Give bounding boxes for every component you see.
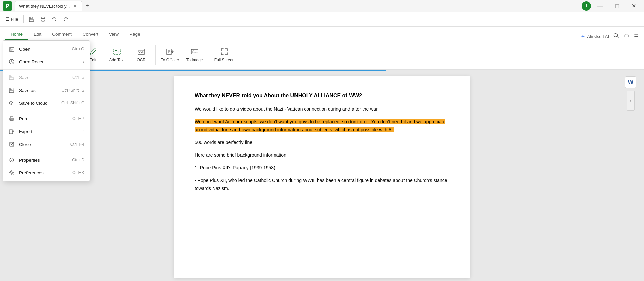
tab-home[interactable]: Home <box>5 29 28 40</box>
menu-item-save-as[interactable]: + Save as Ctrl+Shift+S <box>3 84 90 97</box>
tab-edit[interactable]: Edit <box>28 29 47 40</box>
menu-divider-3 <box>3 152 90 152</box>
properties-icon <box>8 157 15 163</box>
open-shortcut: Ctrl+O <box>72 47 84 51</box>
properties-label: Properties <box>19 158 68 163</box>
maximize-button[interactable]: ◻ <box>609 1 625 11</box>
menu-item-properties[interactable]: Properties Ctrl+D <box>3 154 90 166</box>
ai-star-icon: ✦ <box>581 33 585 40</box>
svg-point-48 <box>11 159 12 159</box>
save-shortcut: Ctrl+S <box>72 75 84 80</box>
menu-item-print[interactable]: Print Ctrl+P <box>3 112 90 125</box>
recent-arrow: › <box>83 59 84 64</box>
toimage-label: To Image <box>186 58 203 62</box>
open-label: Open <box>19 47 68 52</box>
word-icon: W <box>628 79 634 86</box>
right-panel: W › <box>624 76 637 111</box>
menu-item-save[interactable]: Save Ctrl+S <box>3 71 90 84</box>
paragraph-3: 500 words are perfectly fine. <box>195 138 449 147</box>
file-menu-toggle[interactable]: ☰ Afirstsoft PDF File <box>3 15 21 23</box>
search-button[interactable] <box>613 33 619 40</box>
tab-page[interactable]: Page <box>124 29 146 40</box>
recent-icon <box>8 58 15 65</box>
right-collapse-button[interactable]: › <box>627 91 635 111</box>
saveas-icon: + <box>8 87 15 94</box>
ribbon-divider-2 <box>155 45 156 65</box>
hamburger-icon: ☰ <box>5 17 9 22</box>
print-icon <box>8 115 15 122</box>
tab-close-button[interactable]: ✕ <box>72 3 78 9</box>
svg-line-9 <box>617 37 619 38</box>
document-title: What they NEVER told you About the UNHOL… <box>195 93 449 99</box>
paragraph-4: Here are some brief background informati… <box>195 151 449 159</box>
close-file-icon <box>8 141 15 148</box>
svg-text:P: P <box>6 3 9 9</box>
svg-rect-7 <box>42 20 44 21</box>
preferences-label: Preferences <box>19 170 68 175</box>
ocr-button[interactable]: OCR OCR <box>130 42 153 67</box>
ribbon: Hand Select Highlight ▾ Edit <box>0 40 644 70</box>
menu-divider-2 <box>3 111 90 111</box>
svg-rect-34 <box>10 88 12 90</box>
open-recent-label: Open Recent <box>19 59 79 64</box>
open-icon <box>8 46 15 52</box>
settings-button[interactable]: ☰ <box>634 33 639 40</box>
menu-item-close[interactable]: Close Ctrl+F4 <box>3 138 90 151</box>
tooffice-label-group: To Office ▾ <box>161 58 179 62</box>
pdf-area[interactable]: What they NEVER told you About the UNHOL… <box>0 70 644 281</box>
minimize-button[interactable]: — <box>592 1 608 11</box>
tooffice-label: To Office <box>161 58 177 62</box>
print-label: Print <box>19 116 68 121</box>
toolbar-divider-1 <box>23 15 24 23</box>
redo-button[interactable] <box>61 14 71 24</box>
word-badge[interactable]: W <box>625 76 636 88</box>
pdf-page: What they NEVER told you About the UNHOL… <box>174 76 470 278</box>
svg-rect-40 <box>10 119 13 120</box>
ai-label: Afirstsoft AI <box>587 34 609 39</box>
undo-button[interactable] <box>49 14 59 24</box>
menu-item-preferences[interactable]: Preferences Ctrl+K <box>3 166 90 179</box>
tab-title: What they NEVER told y... <box>19 4 70 9</box>
tab-strip: What they NEVER told y... ✕ + <box>15 1 582 11</box>
svg-rect-32 <box>10 77 13 79</box>
tab-comment[interactable]: Comment <box>47 29 77 40</box>
close-shortcut: Ctrl+F4 <box>70 142 84 147</box>
cloud-button[interactable] <box>623 33 630 40</box>
nav-right: ✦ Afirstsoft AI ☰ <box>581 33 639 40</box>
paragraph-2-highlighted: We don't want Ai in our scripts, we don'… <box>195 118 449 134</box>
svg-rect-31 <box>10 75 12 77</box>
save-to-cloud-label: Save to Cloud <box>19 101 57 106</box>
export-arrow: › <box>83 129 84 134</box>
preferences-shortcut: Ctrl+K <box>72 170 84 175</box>
svg-rect-4 <box>30 19 33 21</box>
to-image-button[interactable]: To Image <box>183 42 206 67</box>
ai-button[interactable]: ✦ Afirstsoft AI <box>581 33 609 40</box>
edit-label: Edit <box>89 58 96 62</box>
ribbon-divider-3 <box>209 45 209 65</box>
add-text-button[interactable]: T+ Add Text <box>106 42 128 67</box>
to-office-button[interactable]: To Office ▾ <box>158 42 182 67</box>
tab-view[interactable]: View <box>104 29 124 40</box>
save-as-label: Save as <box>19 88 58 93</box>
quick-access-toolbar: ☰ Afirstsoft PDF File <box>0 12 644 27</box>
file-label-text: File <box>11 17 18 22</box>
save-quick-button[interactable] <box>26 14 37 24</box>
print-quick-button[interactable] <box>38 14 48 24</box>
menu-item-open[interactable]: Open Ctrl+O <box>3 43 90 55</box>
menu-divider-1 <box>3 69 90 70</box>
save-label: Save <box>19 75 68 80</box>
close-button[interactable]: ✕ <box>626 1 641 11</box>
tab-convert[interactable]: Convert <box>77 29 104 40</box>
active-tab[interactable]: What they NEVER told y... ✕ <box>15 1 82 11</box>
menu-item-save-to-cloud[interactable]: Save to Cloud Ctrl+Shift+C <box>3 97 90 109</box>
menu-item-open-recent[interactable]: Open Recent › <box>3 55 90 68</box>
file-menu-dropdown: Open Ctrl+O Open Recent › Save Ctrl+S <box>3 40 90 181</box>
export-label: Export <box>19 129 79 134</box>
menu-item-export[interactable]: Export › <box>3 125 90 138</box>
paragraph-5: 1. Pope Pius XII's Papacy (1939-1958): <box>195 164 449 172</box>
ocr-label: OCR <box>137 58 146 62</box>
user-avatar[interactable]: i <box>582 1 591 11</box>
fullscreen-button[interactable]: Full Screen <box>212 42 237 67</box>
close-label: Close <box>19 142 66 147</box>
new-tab-button[interactable]: + <box>82 1 92 11</box>
